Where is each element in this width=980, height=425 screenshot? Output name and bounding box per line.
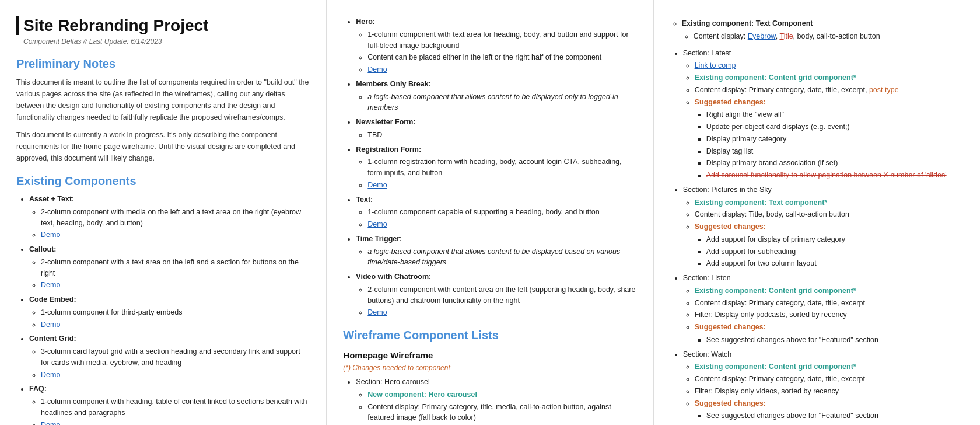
list-item: Demo bbox=[368, 64, 636, 75]
component-details: 1-column component with text area for he… bbox=[356, 29, 636, 75]
component-details: 3-column card layout grid with a section… bbox=[29, 346, 310, 380]
section-details: Link to comp Existing component: Content… bbox=[683, 60, 964, 181]
list-item: Existing component: Text component* bbox=[695, 197, 964, 208]
list-item: Section: Latest Link to comp Existing co… bbox=[683, 48, 964, 181]
list-item: Display primary brand association (if se… bbox=[706, 158, 964, 169]
existing-components-heading: Existing Components bbox=[16, 175, 310, 188]
list-item: a logic-based component that allows cont… bbox=[368, 92, 636, 114]
list-item: Demo bbox=[368, 219, 636, 230]
list-item: 1-column component capable of supporting… bbox=[368, 207, 636, 218]
list-item: Video with Chatroom: 2-column component … bbox=[356, 271, 636, 318]
list-item: Demo bbox=[41, 319, 310, 330]
strikethrough-item: Add carousel functionality to allow pagi… bbox=[706, 171, 947, 179]
demo-link[interactable]: Demo bbox=[41, 421, 60, 426]
list-item: Demo bbox=[368, 180, 636, 191]
demo-link[interactable]: Demo bbox=[41, 281, 60, 289]
list-item: Section: Hero carousel New component: He… bbox=[356, 377, 636, 425]
list-item: 2-column component with content area on … bbox=[368, 284, 636, 306]
details: Content display: Eyebrow, Title, body, c… bbox=[682, 31, 964, 42]
list-item: See suggested changes above for "Feature… bbox=[706, 410, 964, 421]
demo-link[interactable]: Demo bbox=[41, 321, 60, 329]
demo-link[interactable]: Demo bbox=[368, 65, 387, 74]
list-item: Content Grid: 3-column card layout grid … bbox=[29, 333, 310, 380]
component-details: TBD bbox=[356, 130, 636, 141]
title-highlight: Title bbox=[779, 32, 793, 40]
components-list: Asset + Text: 2-column component with me… bbox=[16, 194, 310, 425]
demo-link[interactable]: Demo bbox=[368, 308, 387, 316]
section-details: New component: Hero carousel Content dis… bbox=[356, 389, 636, 425]
section-details: Existing component: Text component* Cont… bbox=[683, 197, 964, 270]
list-item: Filter: Display only podcasts, sorted by… bbox=[695, 309, 964, 321]
list-item: Existing component: Content grid compone… bbox=[695, 361, 964, 372]
demo-link[interactable]: Demo bbox=[41, 231, 60, 239]
list-item: Display tag list bbox=[706, 146, 964, 157]
existing-component: Existing component: Content grid compone… bbox=[695, 74, 856, 82]
list-item: 2-column component with media on the lef… bbox=[41, 207, 310, 229]
component-details: 2-column component with a text area on t… bbox=[29, 257, 310, 291]
component-details: 2-column component with content area on … bbox=[356, 284, 636, 318]
list-item: New component: Hero carousel bbox=[368, 389, 636, 400]
list-item: Add carousel functionality to allow pagi… bbox=[706, 170, 964, 181]
doc-title: Site Rebranding Project bbox=[16, 16, 310, 35]
post-type-highlight: post type bbox=[869, 86, 899, 94]
prelim-heading: Preliminary Notes bbox=[16, 57, 310, 71]
eyebrow-link[interactable]: Eyebrow bbox=[748, 32, 776, 40]
demo-link[interactable]: Demo bbox=[368, 220, 387, 228]
list-item: Add support for display of primary categ… bbox=[706, 234, 964, 245]
list-item: Display primary category bbox=[706, 134, 964, 145]
demo-link[interactable]: Demo bbox=[41, 371, 60, 379]
list-item: Registration Form: 1-column registration… bbox=[356, 144, 636, 191]
component-name: Callout: bbox=[29, 245, 57, 253]
component-name: Newsletter Form: bbox=[356, 118, 415, 126]
doc-subtitle: Component Deltas // Last Update: 6/14/20… bbox=[16, 37, 310, 46]
suggested-list: Right align the "view all" Update per-ob… bbox=[695, 109, 964, 181]
suggested-label: Suggested changes: bbox=[695, 98, 766, 106]
list-item: 1-column component with text area for he… bbox=[368, 29, 636, 51]
list-item: Time Trigger: a logic-based component th… bbox=[356, 234, 636, 268]
list-item: FAQ: 1-column component with heading, ta… bbox=[29, 384, 310, 425]
prelim-p2: This document is currently a work in pro… bbox=[16, 129, 310, 164]
component-details: 1-column component with heading, table o… bbox=[29, 396, 310, 425]
list-item: 1-column component for third-party embed… bbox=[41, 307, 310, 318]
list-item: Hero: 1-column component with text area … bbox=[356, 16, 636, 75]
list-item: Asset + Text: 2-column component with me… bbox=[29, 194, 310, 241]
list-item: Existing component: Content grid compone… bbox=[695, 72, 964, 83]
list-item: Demo bbox=[368, 307, 636, 318]
list-item: Demo bbox=[41, 280, 310, 291]
component-name: Text: bbox=[356, 196, 373, 204]
list-item: Section: Watch Existing component: Conte… bbox=[683, 349, 964, 422]
page-container: Site Rebranding Project Component Deltas… bbox=[0, 0, 980, 425]
list-item: Suggested changes: Add support for displ… bbox=[695, 221, 964, 269]
section-label: Section: Watch bbox=[683, 350, 732, 358]
list-item: Content display: Primary category, date,… bbox=[695, 374, 964, 385]
section-details: Existing component: Content grid compone… bbox=[683, 285, 964, 346]
list-item: 1-column registration form with heading,… bbox=[368, 156, 636, 179]
list-item: TBD bbox=[368, 130, 636, 141]
list-item: Demo bbox=[41, 420, 310, 426]
suggested-list: Add support for display of primary categ… bbox=[695, 234, 964, 269]
section-details: Existing component: Content grid compone… bbox=[683, 361, 964, 421]
suggested-label: Suggested changes: bbox=[695, 222, 766, 231]
existing-label: Existing component: Text Component bbox=[682, 19, 813, 27]
list-item: Suggested changes: See suggested changes… bbox=[695, 398, 964, 422]
list-item: Section: Listen Existing component: Cont… bbox=[683, 273, 964, 346]
list-item: Link to comp bbox=[695, 60, 964, 71]
list-item: Content display: Title, body, call-to-ac… bbox=[695, 209, 964, 220]
list-item: Content display: Primary category, date,… bbox=[695, 85, 964, 96]
component-name: Video with Chatroom: bbox=[356, 273, 431, 281]
suggested-list: See suggested changes above for "Feature… bbox=[695, 410, 964, 421]
section-label: Section: Hero carousel bbox=[356, 378, 429, 386]
list-item: Demo bbox=[41, 370, 310, 381]
prelim-p1: This document is meant to outline the li… bbox=[16, 76, 310, 123]
component-details: a logic-based component that allows cont… bbox=[356, 92, 636, 114]
list-item: 3-column card layout grid with a section… bbox=[41, 346, 310, 368]
list-item: Code Embed: 1-column component for third… bbox=[29, 294, 310, 330]
list-item: Suggested changes: Right align the "view… bbox=[695, 97, 964, 181]
link-to-comp[interactable]: Link to comp bbox=[695, 61, 736, 69]
col3-top-list: Existing component: Text Component Conte… bbox=[670, 18, 964, 42]
list-item: Right align the "view all" bbox=[706, 109, 964, 120]
column-2: Hero: 1-column component with text area … bbox=[327, 0, 653, 425]
list-item: Demo bbox=[41, 229, 310, 241]
demo-link[interactable]: Demo bbox=[368, 181, 387, 189]
list-item: Newsletter Form: TBD bbox=[356, 117, 636, 141]
